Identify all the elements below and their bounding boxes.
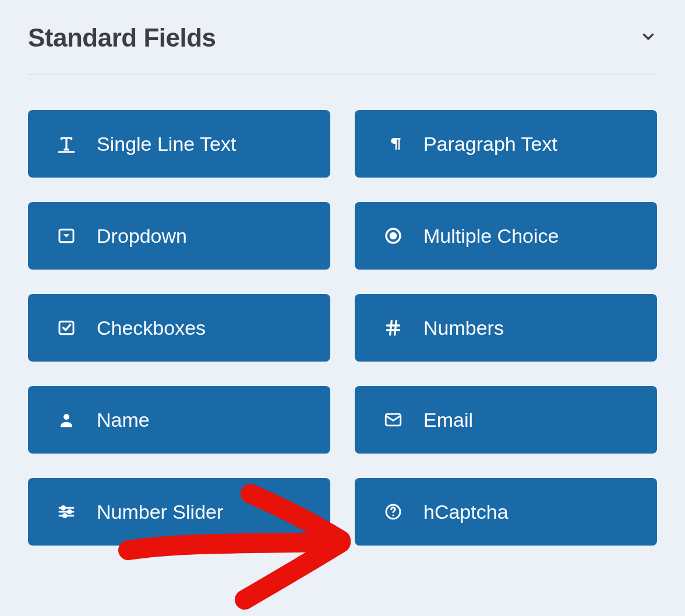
section-title: Standard Fields (28, 23, 216, 52)
field-label: hCaptcha (423, 501, 509, 523)
field-name[interactable]: Name (28, 386, 330, 454)
svg-line-8 (395, 321, 397, 335)
sliders-icon (56, 501, 77, 522)
field-label: Single Line Text (97, 133, 236, 155)
text-icon (56, 133, 77, 154)
section-header[interactable]: Standard Fields (28, 23, 657, 75)
user-icon (56, 409, 77, 430)
field-label: Paragraph Text (423, 133, 557, 155)
field-label: Multiple Choice (423, 225, 559, 247)
svg-point-14 (68, 510, 71, 514)
field-email[interactable]: Email (355, 386, 657, 454)
field-single-line-text[interactable]: Single Line Text (28, 110, 330, 178)
field-dropdown[interactable]: Dropdown (28, 202, 330, 270)
field-label: Number Slider (97, 501, 223, 523)
svg-point-18 (392, 514, 394, 516)
svg-point-9 (63, 414, 69, 420)
field-number-slider[interactable]: Number Slider (28, 478, 330, 546)
svg-point-12 (62, 506, 65, 509)
radio-icon (383, 225, 404, 246)
field-numbers[interactable]: Numbers (355, 294, 657, 362)
dropdown-icon (56, 225, 77, 246)
field-label: Name (97, 409, 150, 431)
field-hcaptcha[interactable]: hCaptcha (355, 478, 657, 546)
field-multiple-choice[interactable]: Multiple Choice (355, 202, 657, 270)
field-label: Dropdown (97, 225, 187, 247)
field-label: Email (423, 409, 473, 431)
paragraph-icon (383, 133, 404, 154)
field-label: Numbers (423, 317, 504, 339)
svg-point-3 (390, 233, 396, 238)
chevron-down-icon (640, 28, 657, 48)
field-paragraph-text[interactable]: Paragraph Text (355, 110, 657, 178)
svg-line-7 (390, 321, 392, 335)
fields-grid: Single Line Text Paragraph Text Dropdown… (28, 110, 657, 546)
checkbox-icon (56, 317, 77, 338)
field-checkboxes[interactable]: Checkboxes (28, 294, 330, 362)
envelope-icon (383, 409, 404, 430)
field-label: Checkboxes (97, 317, 206, 339)
question-circle-icon (383, 501, 404, 522)
hash-icon (383, 317, 404, 338)
svg-point-16 (63, 514, 66, 518)
